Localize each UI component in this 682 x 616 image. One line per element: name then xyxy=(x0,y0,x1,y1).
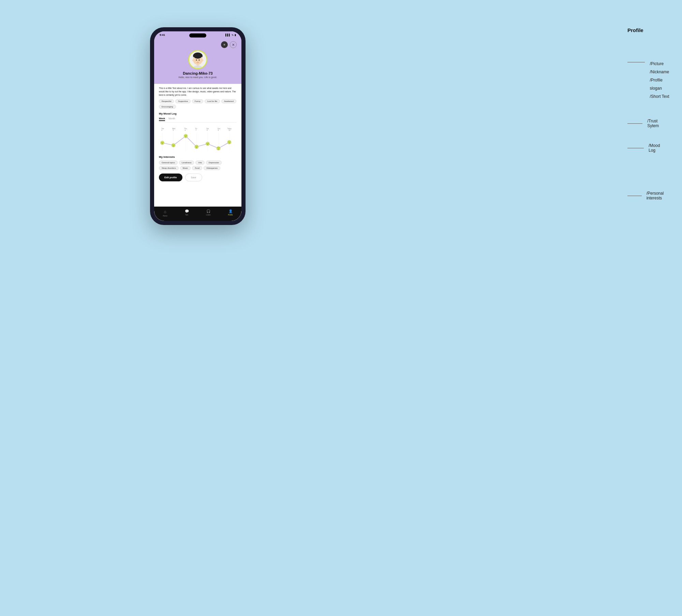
tag-videogames: Videogames xyxy=(204,166,220,170)
annotation-mood: /Mood Log xyxy=(627,143,664,153)
svg-point-42 xyxy=(196,146,196,146)
svg-point-4 xyxy=(196,60,197,61)
svg-point-47 xyxy=(217,147,220,150)
tag-food: Food xyxy=(192,166,202,170)
slogan: Hello, nice to meet you. Life is good. xyxy=(159,76,237,78)
svg-point-7 xyxy=(192,59,194,61)
profile-label: Profile xyxy=(228,214,233,216)
action-buttons: Edit profile Save xyxy=(159,174,237,181)
nav-profile[interactable]: 👤 Profile xyxy=(228,209,233,217)
svg-text:8: 8 xyxy=(207,130,208,132)
tag-supportive: Supportive xyxy=(175,99,191,103)
annotation-line-4 xyxy=(627,196,642,196)
tag-respectful: Respectful xyxy=(159,99,174,103)
bottom-nav: ⌂ Home 💬 Talk 🎧 Listen 👤 Profile xyxy=(154,207,241,221)
profile-icon: 👤 xyxy=(228,209,233,213)
tag-funny: Funny xyxy=(192,99,203,103)
tab-week[interactable]: Week xyxy=(159,117,165,121)
header-controls: ≡ ✕ xyxy=(159,41,237,48)
annotation-text-2: /Trust Sytem xyxy=(647,119,664,128)
svg-point-3 xyxy=(194,53,202,59)
tag-arts: Arts xyxy=(195,161,205,165)
dynamic-island xyxy=(189,33,206,37)
svg-point-44 xyxy=(206,142,210,146)
annotation-interests: /Personal interests xyxy=(627,191,670,200)
annotation-line-3 xyxy=(627,148,644,148)
tab-month[interactable]: Month xyxy=(168,117,175,121)
annotation-picture: /Picture/Nickname/Profile slogan/Short T… xyxy=(627,60,672,101)
menu-button[interactable]: ≡ xyxy=(221,41,228,48)
avatar-svg xyxy=(189,51,206,68)
annotation-line-2 xyxy=(627,123,642,124)
tag-awakened: Awakened xyxy=(221,99,236,103)
nav-home[interactable]: ⌂ Home xyxy=(163,209,167,217)
svg-text:7: 7 xyxy=(196,130,197,132)
svg-point-36 xyxy=(173,145,173,145)
edit-profile-button[interactable]: Edit profile xyxy=(159,174,182,181)
svg-point-37 xyxy=(174,145,174,145)
annotation-text-1: /Picture/Nickname/Profile slogan/Short T… xyxy=(650,60,672,101)
svg-text:Tue: Tue xyxy=(161,128,164,130)
svg-point-46 xyxy=(208,143,208,144)
svg-text:Fri: Fri xyxy=(195,128,197,130)
phone-screen: 9:41 ▌▌▌ ∿ ▮ ≡ ✕ xyxy=(154,31,241,221)
annotation-text-4: /Personal interests xyxy=(647,191,670,200)
home-label: Home xyxy=(163,215,167,217)
tag-depression: Depression xyxy=(206,161,222,165)
svg-point-49 xyxy=(219,148,219,148)
tag-general-topics: General topics xyxy=(159,161,178,165)
listen-label: Listen xyxy=(206,214,210,216)
svg-point-41 xyxy=(195,145,198,149)
svg-point-50 xyxy=(227,140,231,144)
svg-text:Sun: Sun xyxy=(218,128,221,130)
svg-point-33 xyxy=(161,142,162,142)
wifi-icon: ∿ xyxy=(232,34,234,36)
talk-label: Talk xyxy=(185,214,188,216)
interests-title: My Interests xyxy=(159,155,237,159)
phone-frame: 9:41 ▌▌▌ ∿ ▮ ≡ ✕ xyxy=(150,27,246,225)
svg-text:Thu: Thu xyxy=(184,128,187,130)
profile-header: ≡ ✕ xyxy=(154,38,241,84)
status-time: 9:41 xyxy=(160,33,165,36)
interests-section: My Interests General topics Loneliness A… xyxy=(159,155,237,170)
status-icons: ▌▌▌ ∿ ▮ xyxy=(225,34,236,36)
chart-svg: Tue 4 Wed 5 Thu 6 Fri 7 Sat 8 Sun 9 xyxy=(159,125,237,153)
bio-section: This is a little Text about me. I am cur… xyxy=(154,84,241,181)
svg-point-52 xyxy=(229,142,230,142)
annotation-trust: /Trust Sytem xyxy=(627,119,664,128)
svg-text:6: 6 xyxy=(185,130,186,132)
annotation-line-1 xyxy=(627,62,645,62)
svg-text:4: 4 xyxy=(161,130,162,132)
svg-point-8 xyxy=(202,59,203,61)
tag-music: Music xyxy=(180,166,191,170)
mood-tabs: Week Month xyxy=(159,117,237,123)
svg-point-43 xyxy=(197,146,197,146)
svg-point-5 xyxy=(199,60,200,61)
listen-icon: 🎧 xyxy=(206,209,210,213)
save-button[interactable]: Save xyxy=(185,174,202,181)
signal-icon: ▌▌▌ xyxy=(225,34,231,36)
mood-log-title: My Mood Log xyxy=(159,112,237,115)
mood-chart: Tue 4 Wed 5 Thu 6 Fri 7 Sat 8 Sun 9 xyxy=(159,125,237,153)
svg-point-32 xyxy=(161,141,164,145)
annotation-text-3: /Mood Log xyxy=(649,143,664,153)
svg-point-48 xyxy=(218,148,218,148)
battery-icon: ▮ xyxy=(235,34,236,36)
svg-text:9: 9 xyxy=(218,130,219,132)
svg-point-10 xyxy=(194,65,202,68)
trust-tags: Respectful Supportive Funny Lust for lif… xyxy=(159,99,237,109)
close-button[interactable]: ✕ xyxy=(230,41,237,48)
svg-point-51 xyxy=(228,142,229,142)
nav-listen[interactable]: 🎧 Listen xyxy=(206,209,210,217)
svg-text:5: 5 xyxy=(173,130,174,132)
svg-text:Wed: Wed xyxy=(172,128,176,130)
tag-lust-for-life: Lust for life xyxy=(205,99,220,103)
svg-point-35 xyxy=(172,144,175,147)
svg-point-39 xyxy=(185,136,185,136)
talk-icon: 💬 xyxy=(185,209,189,213)
home-icon: ⌂ xyxy=(164,209,166,214)
svg-point-45 xyxy=(207,143,207,144)
svg-point-6 xyxy=(197,61,198,62)
nav-talk[interactable]: 💬 Talk xyxy=(185,209,189,217)
tag-loneliness: Loneliness xyxy=(179,161,194,165)
